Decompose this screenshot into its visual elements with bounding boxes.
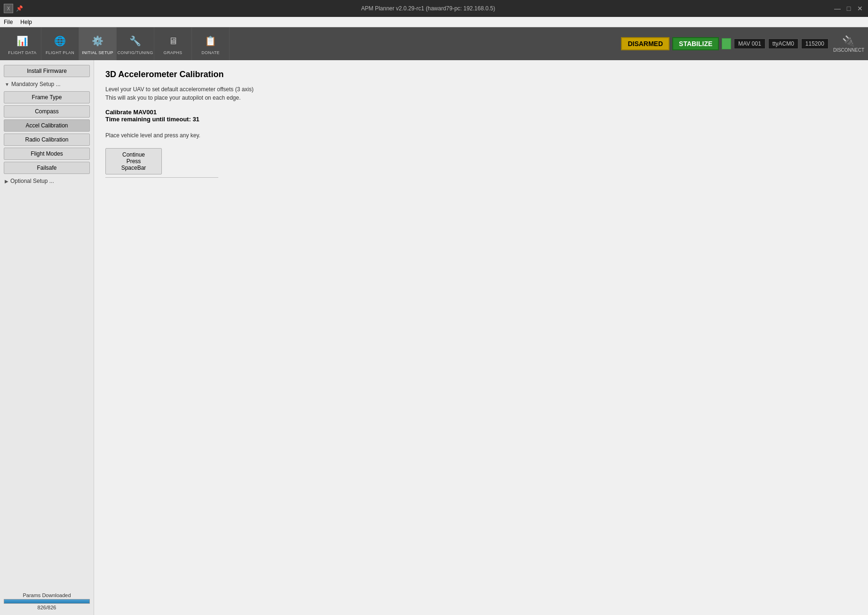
menu-help[interactable]: Help xyxy=(20,19,32,25)
config-tuning-icon: 🔧 xyxy=(127,32,144,49)
initial-setup-icon: ⚙️ xyxy=(89,32,106,49)
close-button[interactable]: ✕ xyxy=(856,4,864,13)
minimize-button[interactable]: — xyxy=(833,4,842,13)
mandatory-setup-arrow: ▼ xyxy=(5,82,9,87)
disarmed-badge: DISARMED xyxy=(621,37,669,50)
progress-count: 826/826 xyxy=(4,605,90,610)
title-bar: X 📌 APM Planner v2.0.29-rc1 (haward79-pc… xyxy=(0,0,868,17)
toolbar-config-tuning[interactable]: 🔧 CONFIG/TUNING xyxy=(117,27,154,60)
toolbar-flight-plan[interactable]: 🌐 FLIGHT PLAN xyxy=(41,27,79,60)
menu-file[interactable]: File xyxy=(4,19,13,25)
params-downloaded-label: Params Downloaded xyxy=(4,592,90,598)
config-tuning-label: CONFIG/TUNING xyxy=(118,50,153,55)
radio-calibration-button[interactable]: Radio Calibration xyxy=(4,134,90,146)
toolbar: 📊 FLIGHT DATA 🌐 FLIGHT PLAN ⚙️ INITIAL S… xyxy=(0,27,868,60)
toolbar-initial-setup[interactable]: ⚙️ INITIAL SETUP xyxy=(79,27,117,60)
flight-plan-label: FLIGHT PLAN xyxy=(46,50,74,55)
progress-bar xyxy=(4,599,90,604)
install-firmware-button[interactable]: Install Firmware xyxy=(4,65,90,77)
content-area: 3D Accelerometer Calibration Level your … xyxy=(94,60,868,615)
baud-display: 115200 xyxy=(801,39,828,49)
disconnect-icon: 🔌 xyxy=(842,35,855,47)
donate-icon: 📋 xyxy=(202,32,219,49)
armed-indicator xyxy=(722,38,731,49)
optional-setup-label: Optional Setup ... xyxy=(10,178,54,184)
disconnect-label: DISCONNECT xyxy=(833,47,864,53)
instruction-text: Place vehicle level and press any key. xyxy=(105,132,857,139)
continue-button-container: Continue Press SpaceBar xyxy=(105,148,857,178)
continue-line2: Press SpaceBar xyxy=(113,158,154,171)
pin-icon: 📌 xyxy=(16,5,23,12)
calibrate-mav-label: Calibrate MAV001 xyxy=(105,109,857,116)
desc-line2: This will ask you to place your autopilo… xyxy=(105,94,857,102)
content-description: Level your UAV to set default accelerome… xyxy=(105,85,857,102)
compass-button[interactable]: Compass xyxy=(4,105,90,118)
mandatory-setup-label: Mandatory Setup ... xyxy=(11,81,61,87)
title-bar-controls: — □ ✕ xyxy=(833,4,864,13)
continue-button[interactable]: Continue Press SpaceBar xyxy=(105,148,162,174)
app-icon: X xyxy=(4,4,13,13)
port-display: ttyACM0 xyxy=(768,39,798,49)
menu-bar: File Help xyxy=(0,17,868,27)
flight-modes-button[interactable]: Flight Modes xyxy=(4,148,90,160)
sidebar-bottom: Params Downloaded 826/826 xyxy=(4,592,90,610)
title-bar-left: X 📌 xyxy=(4,4,23,13)
mav-id-display: MAV 001 xyxy=(734,39,765,49)
toolbar-graphs[interactable]: 🖥 GRAPHS xyxy=(154,27,192,60)
title-bar-title: APM Planner v2.0.29-rc1 (haward79-pc: 19… xyxy=(23,5,833,12)
time-remaining-label: Time remaining until timeout: 31 xyxy=(105,116,857,123)
stabilize-badge: STABILIZE xyxy=(672,37,719,50)
maximize-button[interactable]: □ xyxy=(844,4,853,13)
divider xyxy=(105,177,218,178)
toolbar-flight-data[interactable]: 📊 FLIGHT DATA xyxy=(4,27,41,60)
sidebar: Install Firmware ▼ Mandatory Setup ... F… xyxy=(0,60,94,615)
progress-bar-fill xyxy=(4,599,89,603)
frame-type-button[interactable]: Frame Type xyxy=(4,91,90,103)
optional-setup-header[interactable]: ▶ Optional Setup ... xyxy=(4,176,90,186)
mandatory-setup-header[interactable]: ▼ Mandatory Setup ... xyxy=(4,79,90,89)
page-title: 3D Accelerometer Calibration xyxy=(105,70,857,79)
optional-setup-arrow: ▶ xyxy=(5,179,8,184)
desc-line1: Level your UAV to set default accelerome… xyxy=(105,85,857,94)
flight-plan-icon: 🌐 xyxy=(52,32,69,49)
status-area: DISARMED STABILIZE MAV 001 ttyACM0 11520… xyxy=(621,35,864,53)
disconnect-button[interactable]: 🔌 DISCONNECT xyxy=(833,35,864,53)
main-content: Install Firmware ▼ Mandatory Setup ... F… xyxy=(0,60,868,615)
graphs-icon: 🖥 xyxy=(165,32,182,49)
accel-calibration-button[interactable]: Accel Calibration xyxy=(4,119,90,132)
calibrate-info: Calibrate MAV001 Time remaining until ti… xyxy=(105,109,857,123)
graphs-label: GRAPHS xyxy=(164,50,183,55)
failsafe-button[interactable]: Failsafe xyxy=(4,162,90,174)
initial-setup-label: INITIAL SETUP xyxy=(82,50,113,55)
flight-data-label: FLIGHT DATA xyxy=(8,50,36,55)
donate-label: DONATE xyxy=(201,50,220,55)
continue-line1: Continue xyxy=(113,151,154,158)
flight-data-icon: 📊 xyxy=(14,32,31,49)
toolbar-donate[interactable]: 📋 DONATE xyxy=(192,27,230,60)
